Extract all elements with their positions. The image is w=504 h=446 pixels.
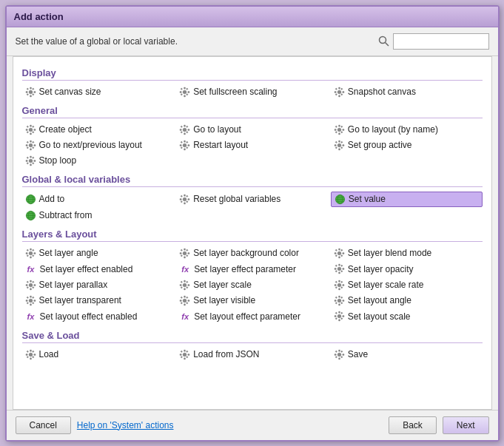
back-button[interactable]: Back [389,416,437,434]
action-item-set-fullscreen-scaling[interactable]: Set fullscreen scaling [176,85,328,99]
svg-rect-46 [187,131,189,133]
fx-icon: fx [25,263,37,275]
svg-rect-80 [340,141,343,143]
svg-rect-237 [343,354,344,355]
svg-rect-48 [338,124,340,126]
svg-rect-128 [180,252,181,254]
action-item-set-layout-effect-parameter[interactable]: fxSet layout effect parameter [176,309,328,324]
action-item-set-layer-scale[interactable]: Set layer scale [176,278,328,292]
action-item-set-canvas-size[interactable]: Set canvas size [22,85,174,99]
svg-rect-27 [335,93,337,95]
action-item-save[interactable]: Save [331,348,483,362]
action-label-save: Save [348,349,368,359]
action-item-set-layout-angle[interactable]: Set layout angle [331,294,483,308]
svg-rect-85 [30,163,31,165]
action-item-subtract-from[interactable]: Subtract from [22,209,174,223]
svg-rect-127 [184,256,186,257]
svg-point-143 [337,267,341,271]
svg-rect-75 [338,140,340,141]
action-item-add-to[interactable]: Add to [22,192,174,207]
action-item-restart-layout[interactable]: Restart layout [176,138,328,152]
svg-rect-22 [338,95,340,96]
svg-rect-61 [26,141,28,143]
dialog-body: Set the value of a global or local varia… [7,27,498,440]
svg-rect-227 [180,354,181,355]
action-label-set-layout-angle: Set layout angle [348,295,411,305]
action-item-snapshot-canvas[interactable]: Snapshot canvas [331,85,483,99]
action-label-go-to-next-previous-layout: Go to next/previous layout [39,140,142,150]
action-item-set-layer-scale-rate[interactable]: Set layer scale rate [331,278,483,292]
svg-rect-25 [335,87,337,89]
action-item-set-layer-background-color[interactable]: Set layer background color [176,246,328,260]
svg-rect-45 [181,131,183,133]
action-item-go-to-layout[interactable]: Go to layout [176,123,328,137]
action-item-set-layout-scale[interactable]: Set layout scale [331,309,483,324]
svg-rect-222 [26,356,28,358]
svg-rect-89 [32,156,34,158]
action-item-create-object[interactable]: Create object [22,123,174,137]
svg-rect-201 [343,300,344,301]
section-header-layers-layout: Layers & Layout [22,229,483,242]
svg-rect-136 [338,256,340,257]
action-label-set-fullscreen-scaling: Set fullscreen scaling [193,87,277,97]
action-item-set-layer-angle[interactable]: Set layer angle [22,246,174,260]
svg-rect-66 [184,140,186,141]
svg-rect-15 [188,91,189,92]
action-label-reset-global-variables: Reset global variables [193,194,280,204]
svg-rect-150 [335,270,337,272]
cancel-button[interactable]: Cancel [16,416,71,434]
svg-rect-185 [32,296,34,298]
action-item-go-to-next-previous-layout[interactable]: Go to next/previous layout [22,138,174,152]
action-item-go-to-layout-by-name[interactable]: Go to layout (by name) [331,123,483,137]
action-item-set-layer-opacity[interactable]: Set layer opacity [331,262,483,277]
search-input[interactable] [393,33,489,50]
action-item-reset-global-variables[interactable]: Reset global variables [176,192,328,207]
svg-rect-84 [30,155,31,157]
svg-point-125 [183,251,187,255]
action-item-set-layer-effect-parameter[interactable]: fxSet layer effect parameter [176,262,328,277]
action-item-set-layer-transparent[interactable]: Set layer transparent [22,294,174,308]
action-item-set-layer-visible[interactable]: Set layer visible [176,294,328,308]
svg-rect-174 [343,284,344,285]
svg-rect-186 [26,302,28,304]
section-header-save-load: Save & Load [22,330,483,343]
svg-rect-103 [187,195,189,197]
next-button[interactable]: Next [443,416,489,434]
svg-point-134 [337,251,341,255]
action-item-set-layer-blend-mode[interactable]: Set layer blend mode [331,246,483,260]
action-item-set-value[interactable]: Set value [331,192,483,207]
svg-rect-165 [188,284,189,285]
svg-rect-235 [338,357,340,359]
svg-rect-70 [181,141,183,143]
search-area [378,33,489,50]
action-item-set-layer-effect-enabled[interactable]: fxSet layer effect enabled [22,262,174,277]
svg-point-224 [183,353,187,357]
action-label-set-layer-angle: Set layer angle [39,248,98,258]
svg-point-188 [183,299,187,303]
action-item-load[interactable]: Load [22,348,174,362]
action-item-set-layer-parallax[interactable]: Set layer parallax [22,278,174,292]
svg-rect-220 [26,350,28,352]
svg-rect-135 [338,248,340,249]
svg-rect-236 [335,354,336,355]
svg-rect-41 [180,129,181,130]
svg-point-161 [183,283,187,287]
svg-rect-98 [184,194,186,195]
svg-rect-120 [33,252,35,254]
action-item-load-from-json[interactable]: Load from JSON [176,348,328,362]
svg-point-74 [337,143,341,147]
svg-point-2 [29,90,33,94]
svg-rect-172 [338,288,340,289]
action-item-stop-loop[interactable]: Stop loop [22,154,174,168]
svg-rect-195 [181,302,183,304]
svg-rect-32 [25,129,27,130]
svg-rect-226 [184,357,186,359]
action-item-set-layout-effect-enabled[interactable]: fxSet layout effect enabled [22,309,174,324]
action-label-add-to: Add to [39,194,65,204]
section-header-global-local-variables: Global & local variables [22,174,483,187]
action-item-set-group-active[interactable]: Set group active [331,138,483,152]
section-grid-global-local-variables: Add to Reset global variables Set value … [22,192,483,223]
svg-rect-124 [32,254,34,257]
top-bar: Set the value of a global or local varia… [7,27,498,56]
help-link[interactable]: Help on 'System' actions [77,420,174,430]
